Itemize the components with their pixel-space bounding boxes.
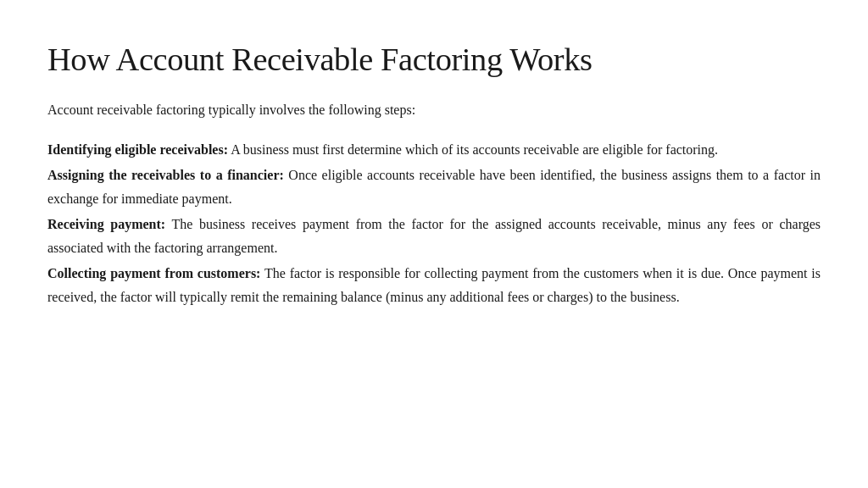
step-label: Collecting payment from customers: [47,266,260,280]
step-label: Assigning the receivables to a financier… [47,168,284,182]
step-label: Receiving payment: [47,217,165,231]
page-title: How Account Receivable Factoring Works [47,41,821,78]
intro-text: Account receivable factoring typically i… [47,98,821,121]
step-text: A business must first determine which of… [228,142,718,157]
step-item: Assigning the receivables to a financier… [47,164,821,211]
step-item: Receiving payment: The business receives… [47,213,821,260]
step-item: Identifying eligible receivables: A busi… [47,138,821,162]
step-item: Collecting payment from customers: The f… [47,262,821,309]
step-label: Identifying eligible receivables: [47,142,228,157]
steps-container: Identifying eligible receivables: A busi… [47,138,821,309]
